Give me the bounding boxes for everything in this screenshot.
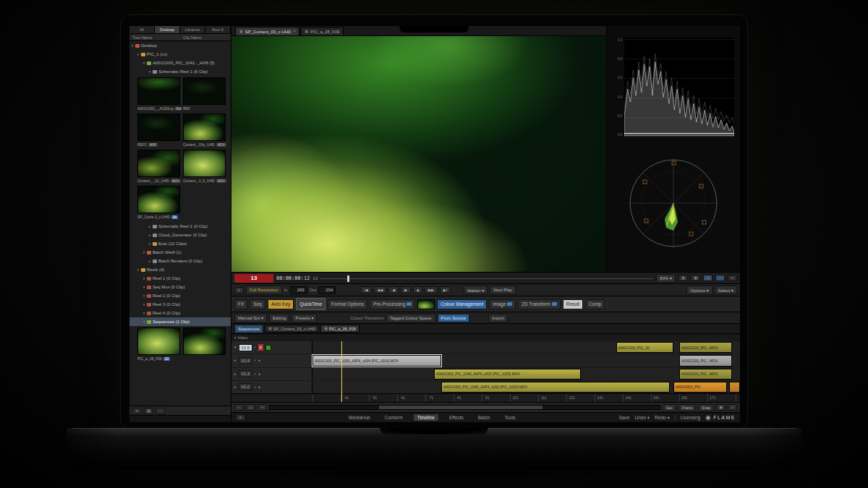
tree-item-schematic6[interactable]: ▾ Schematic Reel 1 (6 Clip) (129, 67, 231, 76)
options-menu[interactable]: Options ▾ (686, 286, 712, 294)
colour-management-button[interactable]: Colour Management (437, 299, 487, 309)
seq-button[interactable]: Seq (250, 299, 265, 309)
tree-item-reel3[interactable]: ▾ Reel 3 (0 Clip) (129, 300, 231, 309)
licensing-button[interactable]: Licensing (681, 415, 700, 420)
save-button[interactable]: Save (619, 415, 630, 420)
result-button[interactable]: Result (563, 299, 583, 309)
clip-thumb[interactable]: PIC_a_28_F0913 (137, 328, 182, 362)
tagged-colour-space-select[interactable]: Tagged Colour Space (386, 314, 435, 322)
thumbnail-image[interactable] (137, 77, 180, 105)
thumbnail-image[interactable] (183, 328, 226, 355)
clip-thumb[interactable] (183, 328, 227, 362)
tree-item-a001[interactable]: ▾ A001C003_PIC_1041.._HX8 (5) (129, 59, 231, 67)
timeline-clip-tail[interactable]: A001C003_PIC.. MOV (679, 355, 732, 366)
frame-toggle[interactable]: Frame (678, 404, 696, 411)
tab-batch[interactable]: Batch (475, 414, 494, 421)
col-clip-name[interactable]: Clip Name (180, 35, 231, 40)
track-lane[interactable]: A001C003_PIC_1040_A0F4_v003 [PIC_1025] M… (312, 368, 740, 380)
tree-item-reel2[interactable]: ▾ Reel 2 (0 Clip) (129, 291, 231, 300)
timeline-clip-selected[interactable]: A001C003_PIC_1030_A0F4_v004 [PIC_1010] M… (312, 355, 441, 366)
snap-toggle[interactable]: Snap (698, 404, 714, 411)
tab-desktop[interactable]: Desktop (155, 26, 180, 33)
viewer-scrubber[interactable] (320, 274, 653, 283)
tab-libraries[interactable]: Libraries (180, 26, 205, 33)
mute-icon[interactable]: ● (258, 372, 260, 376)
track-name[interactable]: V1.2 (239, 383, 252, 390)
video-group-header[interactable]: ▾ Video (231, 334, 740, 341)
tab-mediahub[interactable]: MediaHub (345, 414, 374, 421)
zoom-out-button[interactable]: – (234, 404, 244, 411)
redo-menu[interactable]: Redo ▾ (655, 415, 670, 421)
fast-rewind-button[interactable]: ◀◀ (374, 286, 387, 294)
in-field[interactable]: 269 (290, 286, 307, 294)
tree-item-batch-renders[interactable]: ▸ Batch Renders (0 Clip) (129, 257, 231, 265)
timeline-menu-button[interactable]: ≡ (728, 404, 737, 411)
menu-button[interactable]: ≡ (132, 408, 142, 414)
lock-icon[interactable]: ▪ (255, 359, 256, 362)
tree-item-reel1[interactable]: ▾ Reel 1 (0 Clip) (129, 274, 231, 283)
play-mode-select[interactable]: Next Play (490, 286, 516, 294)
quicktime-tab[interactable]: QuickTime (296, 298, 326, 310)
select-menu[interactable]: Select ▾ (715, 286, 737, 294)
from-source-chip[interactable]: From Source (438, 314, 470, 322)
timeline-ruler[interactable]: 41 51 61 71 81 91 101 111 121 131 141 15… (231, 393, 740, 402)
viewer-tab-sp-content[interactable]: ▦ SP_Content_03_c-UHD × (235, 27, 299, 35)
lock-icon[interactable]: ▪ (255, 385, 256, 389)
thumbnail-image[interactable] (183, 114, 226, 141)
tree-item-desktop[interactable]: ▾ Desktop (129, 41, 231, 50)
tree-item-reels[interactable]: ▾ Reels (4) (129, 265, 231, 274)
clip-thumb[interactable]: REF (183, 77, 227, 112)
track-options-button[interactable]: ▣ (716, 404, 726, 411)
track-lane[interactable]: A001C003_PIC_10 A001C003_PIC.. MOV (312, 341, 740, 354)
track-header[interactable]: ▸ V1.4 ▪ ● (231, 354, 312, 367)
play-button[interactable]: ▶ (401, 286, 411, 294)
transform-2d-toggle[interactable]: 2D Transform (518, 299, 560, 309)
grid-overlay-button[interactable]: ▦ (678, 275, 688, 281)
playhead[interactable] (341, 341, 342, 402)
presets-select[interactable]: Presets ▾ (292, 314, 317, 322)
comp-button[interactable]: Comp (585, 299, 605, 309)
thumbnail-image[interactable] (137, 328, 180, 355)
sequence-tab-pic[interactable]: ▦ PIC_a_28_F09 (320, 325, 359, 333)
tab-tools[interactable]: Tools (501, 414, 519, 421)
tree-item-seqmux[interactable]: ▾ Seq Mux (0 Clip) (129, 283, 231, 291)
tab-effects[interactable]: Effects (446, 414, 467, 421)
clip-thumb[interactable]: Content_._01_UHDMOV (137, 150, 182, 184)
out-field[interactable]: 294 (318, 286, 336, 294)
zoom-fit-button[interactable]: ▭ (246, 404, 255, 411)
track-name[interactable]: V1.5 (239, 344, 252, 351)
thumbnail-image[interactable] (183, 150, 226, 177)
mute-icon[interactable]: ● (258, 359, 260, 362)
track-name[interactable]: V1.3 (239, 370, 252, 377)
clip-thumb[interactable]: REF2MXF (137, 114, 182, 148)
sequences-chip[interactable]: Sequences (234, 325, 263, 333)
auto-key-toggle[interactable]: Auto Key (268, 299, 294, 309)
editing-button[interactable]: Editing (269, 314, 289, 322)
timeline-clip[interactable]: A001C003_PIC_1040_A0F4_v003 [PIC_1025] M… (434, 369, 581, 380)
scrollbar-thumb[interactable] (379, 406, 542, 409)
tree-item-sequences[interactable]: ▾ Sequences (1 Clip) (129, 317, 231, 326)
thumbnail-image[interactable] (183, 77, 226, 105)
go-to-end-button[interactable]: ▶I (440, 286, 451, 294)
fit-view-button[interactable]: ▭ (703, 275, 712, 281)
tab-reel5[interactable]: Reel 5 (205, 26, 231, 33)
tree-item-reel4[interactable]: ▾ Reel 4 (0 Clip) (129, 309, 231, 317)
lock-icon[interactable]: ▪ (255, 346, 256, 349)
clip-thumb[interactable]: A001C003_._ACEScgMulti (137, 77, 182, 112)
lock-icon[interactable]: ▪ (255, 372, 256, 376)
track-name[interactable]: V1.4 (239, 357, 252, 364)
fast-forward-button[interactable]: ▶▶ (425, 286, 438, 294)
tree-item-batch-shelf[interactable]: ▾ Batch Shelf (1) (129, 248, 231, 257)
tab-all[interactable]: All (129, 26, 155, 33)
image-toggle[interactable]: Image (489, 299, 516, 309)
clip-thumb[interactable]: Content_.3_6_UHDMOV (183, 150, 227, 184)
track-header[interactable]: ▸ V1.3 ▪ ● (231, 368, 312, 380)
scrubber-thumb[interactable] (347, 275, 349, 282)
workspace-menu-button[interactable]: ≡ (236, 414, 245, 421)
zoom-in-button[interactable]: + (258, 404, 267, 411)
safe-area-button[interactable]: ▣ (691, 275, 700, 281)
tree-item-eust[interactable]: ▸ Eust (12 Clips) (129, 239, 231, 248)
clip-thumb[interactable]: SP_Conte.3_c-UHD16 (137, 186, 182, 221)
viewer-tab-pic[interactable]: ▦ PIC_a_28_F09 (300, 27, 344, 35)
thumbnail-image[interactable] (137, 150, 180, 177)
